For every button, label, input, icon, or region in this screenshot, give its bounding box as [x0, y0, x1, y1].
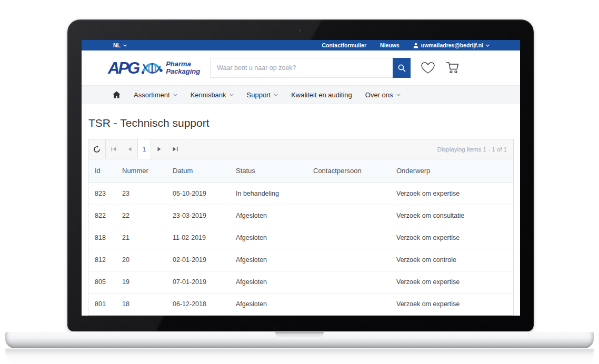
table-cell: In behandeling — [236, 183, 313, 205]
news-link[interactable]: Nieuws — [380, 42, 400, 48]
laptop-base-notch — [275, 332, 324, 339]
table-header-row: Id Nummer Datum Status Contactpersoon On… — [88, 159, 513, 183]
nav-kwaliteit-en-auditing[interactable]: Kwaliteit en auditing — [291, 91, 352, 99]
table-cell: Verzoek om consultatie — [396, 205, 513, 227]
wishlist-button[interactable] — [421, 62, 435, 75]
cart-button[interactable] — [445, 61, 460, 75]
refresh-button[interactable] — [88, 139, 106, 159]
table-cell: 07-01-2019 — [173, 271, 236, 293]
table-cell — [313, 183, 396, 205]
chevron-down-icon — [173, 94, 177, 96]
column-header-datum[interactable]: Datum — [173, 159, 236, 183]
table-cell: 20 — [122, 249, 173, 271]
table-row[interactable]: 8232305-10-2019In behandelingVerzoek om … — [88, 183, 513, 205]
table-cell: 818 — [88, 227, 122, 249]
user-icon — [413, 43, 418, 48]
browser-viewport: NL Contactformulier Nieuws uwmailadres@b… — [82, 40, 520, 316]
nav-support[interactable]: Support — [247, 91, 278, 99]
table-cell: 05-10-2019 — [173, 183, 236, 205]
pager-last-button[interactable] — [167, 139, 183, 159]
laptop-screen-bezel: NL Contactformulier Nieuws uwmailadres@b… — [67, 19, 534, 331]
tsr-grid: 1 Displaying items 1 - 1 of 1 — [88, 139, 514, 316]
table-cell: 06-12-2018 — [173, 293, 236, 315]
table-cell: 02-01-2019 — [173, 249, 236, 271]
column-header-contactpersoon[interactable]: Contactpersoon — [313, 159, 396, 183]
table-cell — [313, 205, 396, 227]
table-cell: Verzoek om expertise — [396, 271, 513, 293]
table-row[interactable]: 8182111-02-2019AfgeslotenVerzoek om expe… — [88, 227, 513, 249]
column-header-status[interactable]: Status — [236, 159, 313, 183]
refresh-icon — [93, 146, 101, 153]
table-cell: 11-02-2019 — [173, 227, 236, 249]
table-cell: Afgesloten — [236, 249, 313, 271]
chevron-down-icon — [274, 94, 278, 96]
topbar-right: Contactformulier Nieuws uwmailadres@bedr… — [322, 42, 490, 48]
table-cell: Afgesloten — [236, 227, 313, 249]
search-bar — [210, 58, 411, 78]
table-cell: 805 — [88, 271, 122, 293]
main-nav: Assortiment Kennisbank Support — [82, 85, 520, 104]
table-cell — [313, 249, 396, 271]
table-cell: Afgesloten — [236, 205, 313, 227]
main-content: TSR - Technisch support — [82, 116, 520, 316]
pager-status-text: Displaying items 1 - 1 of 1 — [437, 146, 513, 153]
nav-kennisbank[interactable]: Kennisbank — [191, 91, 234, 99]
search-input[interactable] — [210, 58, 393, 78]
table-cell: Verzoek om expertise — [396, 227, 513, 249]
language-label: NL — [113, 42, 121, 48]
tsr-table: Id Nummer Datum Status Contactpersoon On… — [88, 159, 513, 315]
table-row[interactable]: 8011806-12-2018AfgeslotenVerzoek om expe… — [88, 293, 513, 315]
home-icon — [113, 91, 121, 98]
pager-page-1[interactable]: 1 — [137, 139, 151, 159]
company-logo[interactable]: APG Pharma P — [108, 59, 200, 76]
logo-tagline: Pharma Packaging — [166, 60, 200, 75]
table-cell: 18 — [122, 293, 173, 315]
table-cell: Verzoek om expertise — [396, 293, 513, 315]
topbar: NL Contactformulier Nieuws uwmailadres@b… — [82, 40, 520, 50]
account-email: uwmailadres@bedrijf.nl — [421, 42, 483, 48]
column-header-id[interactable]: Id — [88, 159, 122, 183]
language-selector[interactable]: NL — [113, 42, 127, 48]
table-cell: 21 — [122, 227, 173, 249]
table-row[interactable]: 8122002-01-2019AfgeslotenVerzoek om cont… — [88, 249, 513, 271]
table-cell: 823 — [88, 183, 122, 205]
table-cell: 822 — [88, 205, 122, 227]
search-button[interactable] — [393, 58, 411, 78]
webcam — [299, 29, 303, 33]
table-row[interactable]: 8051907-01-2019AfgeslotenVerzoek om expe… — [88, 271, 513, 293]
laptop-base — [5, 332, 594, 348]
table-cell: 23 — [122, 183, 173, 205]
nav-assortiment[interactable]: Assortiment — [134, 91, 177, 99]
pager-next-button[interactable] — [151, 139, 167, 159]
laptop-mockup: NL Contactformulier Nieuws uwmailadres@b… — [0, 0, 599, 364]
contact-form-link[interactable]: Contactformulier — [322, 42, 366, 48]
site-header: APG Pharma P — [82, 50, 520, 85]
tsr-table-body: 8232305-10-2019In behandelingVerzoek om … — [88, 183, 513, 315]
nav-over-ons[interactable]: Over ons — [365, 91, 401, 99]
table-cell: 22 — [122, 205, 173, 227]
table-cell — [313, 293, 396, 315]
table-cell: 812 — [88, 249, 122, 271]
pager-previous-button[interactable] — [122, 139, 137, 159]
shopping-cart-icon — [445, 61, 460, 75]
nav-home[interactable] — [113, 91, 121, 98]
logo-brand-text: APG — [108, 60, 138, 76]
table-cell: Afgesloten — [236, 271, 313, 293]
pager-first-button[interactable] — [106, 139, 122, 159]
search-icon — [397, 64, 406, 73]
column-header-nummer[interactable]: Nummer — [122, 159, 173, 183]
laptop-reflection — [5, 349, 594, 364]
chevron-down-icon — [229, 94, 234, 96]
chevron-down-icon — [486, 44, 490, 47]
table-cell: 801 — [88, 293, 122, 315]
table-cell: 23-03-2019 — [173, 205, 236, 227]
chevron-down-icon — [123, 44, 127, 47]
table-cell — [313, 271, 396, 293]
chevron-down-icon — [396, 94, 401, 96]
column-header-onderwerp[interactable]: Onderwerp — [396, 159, 513, 183]
table-cell: 19 — [122, 271, 173, 293]
table-row[interactable]: 8222223-03-2019AfgeslotenVerzoek om cons… — [88, 205, 513, 227]
heart-icon — [421, 62, 435, 75]
account-menu[interactable]: uwmailadres@bedrijf.nl — [413, 42, 490, 48]
table-cell: Afgesloten — [236, 293, 313, 315]
